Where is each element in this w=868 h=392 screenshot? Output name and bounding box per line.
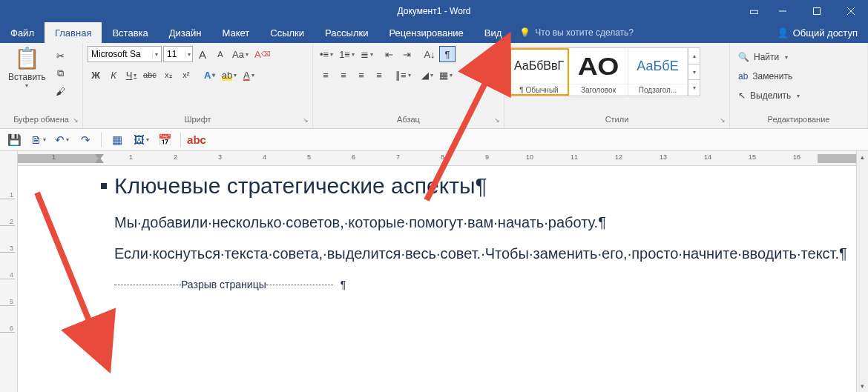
replace-icon: ab bbox=[738, 71, 748, 82]
ribbon-tabs: Файл Главная Вставка Дизайн Макет Ссылки… bbox=[0, 22, 868, 43]
superscript-button[interactable]: x² bbox=[178, 67, 194, 83]
scroll-up-button[interactable]: ▴ bbox=[857, 151, 868, 163]
document-area: L 1 2 3 4 5 6 1 1 2 3 4 5 6 7 8 9 10 11 … bbox=[0, 151, 868, 392]
quick-access-toolbar: 💾 🗎 ↶ ↷ ▦ 🖼 📅 abc bbox=[0, 129, 868, 151]
cut-button[interactable]: ✂ bbox=[53, 47, 69, 64]
paragraph-1[interactable]: Мы·добавили·несколько·советов,·которые·п… bbox=[114, 210, 853, 234]
clipboard-launcher[interactable]: ↘ bbox=[71, 116, 80, 124]
paste-button[interactable]: 📋 Вставить ▾ bbox=[4, 46, 50, 115]
qat-image-button[interactable]: 🖼 bbox=[131, 131, 151, 149]
person-icon: 👤 bbox=[777, 27, 789, 39]
document-page[interactable]: Ключевые стратегические аспекты¶ Мы·доба… bbox=[25, 173, 853, 290]
tab-references[interactable]: Ссылки bbox=[260, 22, 315, 43]
align-right-button[interactable]: ≡ bbox=[353, 67, 369, 83]
tab-mailings[interactable]: Рассылки bbox=[315, 22, 378, 43]
numbering-button[interactable]: 1≡ bbox=[337, 46, 357, 62]
replace-button[interactable]: abЗаменить bbox=[734, 68, 803, 84]
close-button[interactable] bbox=[834, 0, 868, 22]
style-subheading[interactable]: АаБбЕ Подзагол... bbox=[628, 48, 688, 96]
minimize-button[interactable] bbox=[766, 0, 800, 22]
qat-spellcheck-button[interactable]: abc bbox=[187, 131, 206, 149]
font-size-combo[interactable]: ▾ bbox=[163, 46, 193, 62]
tab-layout[interactable]: Макет bbox=[211, 22, 260, 43]
cursor-icon: ↖ bbox=[738, 90, 746, 101]
heading-text[interactable]: Ключевые стратегические аспекты¶ bbox=[101, 173, 853, 199]
clear-formatting-button[interactable]: A⌫ bbox=[252, 46, 273, 62]
clipboard-icon: 📋 bbox=[14, 48, 40, 69]
text-effects-button[interactable]: A bbox=[202, 67, 218, 83]
shading-button[interactable]: ◢ bbox=[419, 67, 435, 83]
qat-table-button[interactable]: ▦ bbox=[108, 131, 127, 149]
align-left-button[interactable]: ≡ bbox=[318, 67, 334, 83]
qat-redo-button[interactable]: ↷ bbox=[76, 131, 95, 149]
tab-design[interactable]: Дизайн bbox=[159, 22, 212, 43]
strikethrough-button[interactable]: abc bbox=[141, 67, 159, 83]
align-center-button[interactable]: ≡ bbox=[335, 67, 352, 83]
borders-button[interactable]: ▦ bbox=[437, 67, 455, 83]
font-launcher[interactable]: ↘ bbox=[301, 116, 310, 124]
sort-button[interactable]: A↓ bbox=[421, 46, 438, 62]
bold-button[interactable]: Ж bbox=[88, 67, 104, 83]
horizontal-ruler[interactable]: 1 1 2 3 4 5 6 7 8 9 10 11 12 13 14 15 16 bbox=[18, 151, 868, 166]
tab-review[interactable]: Рецензирование bbox=[378, 22, 473, 43]
font-name-combo[interactable]: ▾ bbox=[88, 46, 162, 62]
tab-home[interactable]: Главная bbox=[45, 22, 102, 43]
group-label-editing: Редактирование bbox=[768, 115, 830, 124]
font-name-input[interactable] bbox=[88, 49, 152, 59]
find-button[interactable]: 🔍Найти▾ bbox=[734, 49, 803, 65]
gallery-scroll-down[interactable]: ▾ bbox=[688, 64, 700, 80]
select-button[interactable]: ↖Выделить▾ bbox=[734, 87, 803, 104]
format-painter-button[interactable]: 🖌 bbox=[53, 83, 69, 99]
decrease-indent-button[interactable]: ⇤ bbox=[381, 46, 398, 62]
tab-file[interactable]: Файл bbox=[0, 22, 45, 43]
gallery-more-button[interactable]: ▾ bbox=[688, 79, 700, 96]
style-normal[interactable]: АаБбВвГ ¶ Обычный bbox=[510, 48, 569, 96]
svg-rect-1 bbox=[814, 8, 821, 15]
vertical-ruler[interactable]: 1 2 3 4 5 6 bbox=[0, 151, 18, 392]
show-hide-marks-button[interactable]: ¶ bbox=[439, 46, 456, 62]
lightbulb-icon: 💡 bbox=[519, 27, 530, 38]
grow-font-button[interactable]: A bbox=[194, 46, 211, 62]
scroll-down-button[interactable]: ▾ bbox=[857, 380, 868, 392]
tab-insert[interactable]: Вставка bbox=[102, 22, 158, 43]
share-button[interactable]: 👤 Общий доступ bbox=[766, 22, 868, 43]
paragraph-launcher[interactable]: ↘ bbox=[493, 116, 502, 124]
justify-button[interactable]: ≡ bbox=[371, 67, 387, 83]
bullets-button[interactable]: •≡ bbox=[318, 46, 335, 62]
styles-launcher[interactable]: ↘ bbox=[718, 116, 727, 124]
paragraph-2[interactable]: Если·коснуться·текста·совета,·выделится·… bbox=[114, 242, 853, 265]
shrink-font-button[interactable]: A bbox=[212, 46, 228, 62]
qat-new-button[interactable]: 🗎 bbox=[28, 131, 47, 149]
qat-save-button[interactable]: 💾 bbox=[4, 131, 24, 149]
gallery-scroll-up[interactable]: ▴ bbox=[688, 48, 700, 64]
ribbon-display-options-icon[interactable]: ▭ bbox=[742, 0, 766, 22]
group-label-clipboard: Буфер обмена bbox=[13, 115, 69, 124]
font-size-input[interactable] bbox=[164, 49, 185, 59]
window-titlebar: Документ1 - Word ▭ bbox=[0, 0, 868, 22]
copy-button[interactable]: ⧉ bbox=[53, 65, 69, 82]
indent-marker-icon[interactable] bbox=[95, 151, 104, 166]
tell-me-placeholder: Что вы хотите сделать? bbox=[535, 27, 634, 38]
tell-me-box[interactable]: 💡 Что вы хотите сделать? bbox=[512, 22, 641, 43]
highlight-button[interactable]: ab bbox=[220, 67, 239, 83]
line-spacing-button[interactable]: ‖≡ bbox=[393, 67, 413, 83]
document-title: Документ1 - Word bbox=[397, 6, 470, 16]
subscript-button[interactable]: x₂ bbox=[160, 67, 177, 83]
italic-button[interactable]: К bbox=[105, 67, 122, 83]
page-break-indicator[interactable]: Разрыв страницы ¶ bbox=[114, 279, 853, 290]
change-case-button[interactable]: Aa bbox=[230, 46, 251, 62]
maximize-button[interactable] bbox=[800, 0, 834, 22]
underline-button[interactable]: Ч bbox=[123, 67, 139, 83]
increase-indent-button[interactable]: ⇥ bbox=[399, 46, 415, 62]
chevron-down-icon[interactable]: ▾ bbox=[185, 51, 192, 58]
style-heading[interactable]: АО Заголовок bbox=[569, 48, 628, 96]
multilevel-list-button[interactable]: ≣ bbox=[358, 46, 375, 62]
chevron-down-icon[interactable]: ▾ bbox=[152, 51, 161, 58]
group-label-styles: Стили bbox=[605, 115, 629, 124]
qat-calendar-button[interactable]: 📅 bbox=[155, 131, 174, 149]
font-color-button[interactable]: A bbox=[240, 67, 257, 83]
styles-gallery: АаБбВвГ ¶ Обычный АО Заголовок АаБбЕ Под… bbox=[509, 47, 700, 96]
vertical-scrollbar[interactable]: ▴ ▾ bbox=[856, 151, 868, 392]
qat-undo-button[interactable]: ↶ bbox=[52, 131, 71, 149]
tab-view[interactable]: Вид bbox=[474, 22, 513, 43]
